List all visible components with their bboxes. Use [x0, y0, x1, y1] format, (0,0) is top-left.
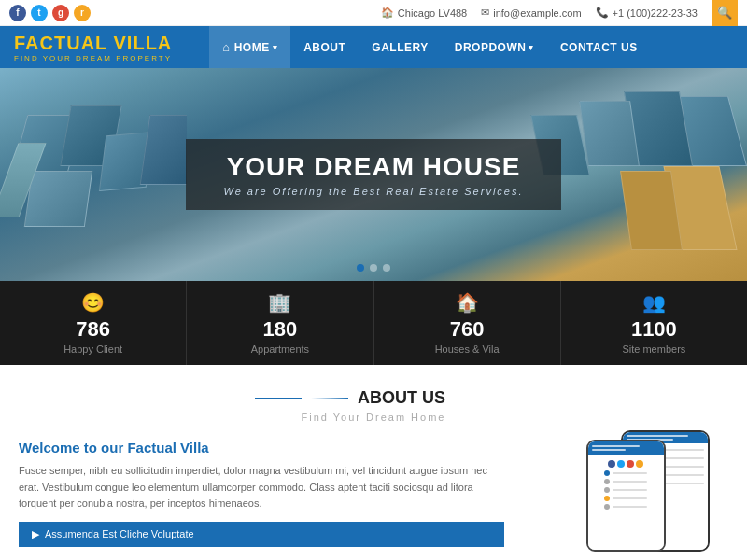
happy-client-icon: 😊 — [81, 291, 105, 314]
hero-dots — [357, 264, 390, 272]
stats-bar: 😊 786 Happy Client 🏢 180 Appartments 🏠 7… — [0, 281, 747, 365]
divider-line-left — [255, 398, 302, 399]
accordion-arrow-icon: ▶ — [32, 528, 39, 540]
contact-info: 🏠 Chicago LV488 ✉ info@example.com 📞 +1 … — [381, 0, 738, 26]
phone-front — [586, 440, 666, 552]
home-nav-icon: ⌂ — [222, 40, 230, 54]
brand-tagline: FIND YOUR DREAM PROPERTY — [14, 54, 172, 63]
hero-dot-3[interactable] — [383, 264, 390, 272]
brand-highlight: Factual Villa — [127, 440, 208, 455]
email-icon: ✉ — [481, 7, 489, 19]
rss-icon[interactable]: r — [74, 5, 91, 21]
about-welcome: Welcome to our Factual Villa — [19, 440, 504, 455]
brand-name: FACTUAL VILLA — [14, 33, 172, 53]
hero-title: YOUR DREAM HOUSE — [223, 152, 523, 182]
dropdown-arrow-icon: ▾ — [529, 43, 534, 52]
home-icon: 🏠 — [381, 7, 394, 19]
address-info: 🏠 Chicago LV488 — [381, 7, 467, 19]
nav-home[interactable]: ⌂ HOME ▾ — [209, 26, 290, 68]
hero-dot-2[interactable] — [370, 264, 377, 272]
twitter-icon[interactable]: t — [31, 5, 48, 21]
stat-happy-client: 😊 786 Happy Client — [0, 281, 187, 365]
about-title: ABOUT US — [311, 388, 492, 408]
nav-about[interactable]: ABOUT — [290, 26, 359, 68]
stat-houses: 🏠 760 Houses & Vila — [374, 281, 561, 365]
brand-name-2: VILLA — [114, 33, 173, 53]
hero-dot-1[interactable] — [357, 264, 364, 272]
phone-info: 📞 +1 (100)222-23-33 — [596, 7, 698, 19]
happy-client-number: 786 — [76, 317, 110, 342]
home-dropdown-icon: ▾ — [273, 43, 278, 52]
about-body: Welcome to our Factual Villa Fusce sempe… — [19, 440, 728, 552]
hero-subtitle: We are Offering the Best Real Estate Ser… — [223, 186, 523, 197]
houses-icon: 🏠 — [456, 291, 479, 314]
phone-screen-top-front — [588, 441, 664, 455]
appartments-icon: 🏢 — [268, 291, 291, 314]
stat-appartments: 🏢 180 Appartments — [187, 281, 374, 365]
about-divider: ABOUT US — [19, 388, 728, 408]
appartments-label: Appartments — [251, 343, 309, 355]
about-accordion[interactable]: ▶ Assumenda Est Cliche Voluptate — [19, 522, 504, 547]
phone-front-screen — [588, 441, 664, 550]
about-paragraph: Fusce semper, nibh eu sollicitudin imper… — [19, 463, 504, 512]
about-header: ABOUT US Find Your Dream Home — [19, 388, 728, 423]
facebook-icon[interactable]: f — [9, 5, 26, 21]
email-info: ✉ info@example.com — [481, 7, 581, 19]
nav-links: ⌂ HOME ▾ ABOUT GALLERY DROPDOWN ▾ CONTAC… — [209, 26, 650, 68]
houses-number: 760 — [450, 317, 485, 342]
nav-contact[interactable]: CONTACT US — [547, 26, 651, 68]
hero-content: YOUR DREAM HOUSE We are Offering the Bes… — [186, 139, 560, 210]
about-section: ABOUT US Find Your Dream Home Welcome to… — [0, 365, 747, 560]
nav-gallery[interactable]: GALLERY — [359, 26, 441, 68]
phone-mockups — [523, 440, 728, 552]
phone-social-icons — [604, 457, 647, 470]
members-icon: 👥 — [642, 291, 666, 314]
about-text: Welcome to our Factual Villa Fusce sempe… — [19, 440, 504, 552]
happy-client-label: Happy Client — [63, 343, 122, 355]
about-subtitle: Find Your Dream Home — [19, 412, 728, 423]
google-plus-icon[interactable]: g — [52, 5, 69, 21]
brand-logo[interactable]: FACTUAL VILLA FIND YOUR DREAM PROPERTY — [14, 33, 172, 63]
members-label: Site members — [622, 343, 685, 355]
top-bar: f t g r 🏠 Chicago LV488 ✉ info@example.c… — [0, 0, 747, 26]
accordion-label: Assumenda Est Cliche Voluptate — [45, 528, 194, 539]
phone-icon: 📞 — [596, 7, 609, 19]
phone-front-content — [601, 455, 650, 515]
social-icons: f t g r — [9, 5, 91, 21]
nav-dropdown[interactable]: DROPDOWN ▾ — [442, 26, 547, 68]
nav-bar: FACTUAL VILLA FIND YOUR DREAM PROPERTY ⌂… — [0, 26, 747, 68]
members-number: 1100 — [631, 317, 677, 342]
appartments-number: 180 — [263, 317, 298, 342]
stat-members: 👥 1100 Site members — [561, 281, 747, 365]
hero-section: YOUR DREAM HOUSE We are Offering the Bes… — [0, 68, 747, 281]
houses-label: Houses & Vila — [435, 343, 500, 355]
search-button[interactable]: 🔍 — [712, 0, 738, 26]
